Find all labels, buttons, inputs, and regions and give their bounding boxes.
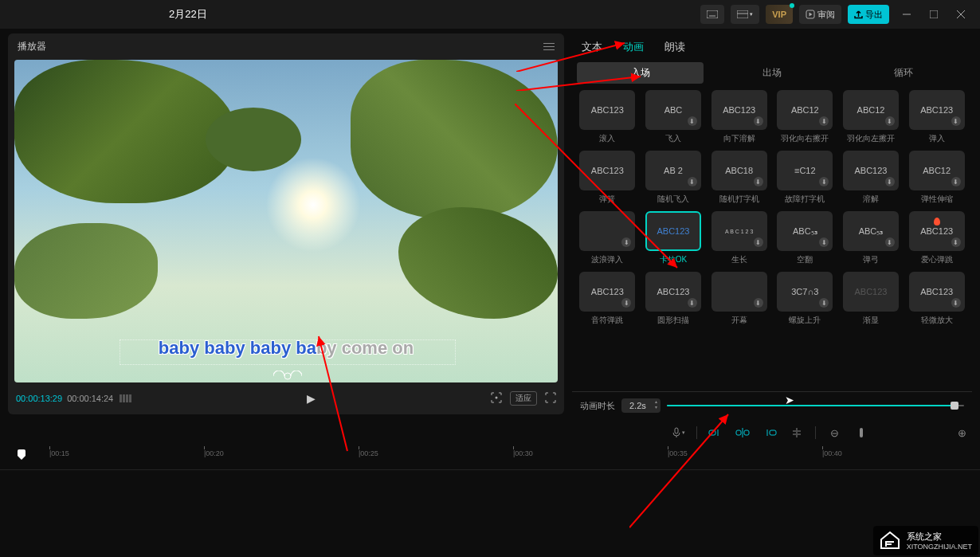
stepper-icon[interactable]: ▴▾ [655, 399, 657, 410]
download-icon[interactable]: ⬇ [819, 116, 829, 126]
timeline[interactable]: |00:15|00:20|00:25|00:30|00:35|00:40 [0, 446, 980, 557]
download-icon[interactable]: ⬇ [819, 177, 829, 186]
animation-生长[interactable]: A B C 1 2 3⬇生长 [708, 211, 770, 265]
animation-渐显[interactable]: ABC123渐显 [841, 272, 902, 326]
export-button[interactable]: 导出 [848, 5, 889, 24]
maximize-icon[interactable] [924, 5, 943, 24]
download-icon[interactable]: ⬇ [819, 298, 829, 308]
download-icon[interactable]: ⬇ [621, 237, 631, 247]
subtab-循环[interactable]: 循环 [841, 62, 967, 84]
audio-meter-icon [120, 394, 131, 402]
property-tabs: 文本动画朗读 [572, 33, 972, 62]
animation-轻微放大[interactable]: ABC123⬇轻微放大 [906, 272, 967, 326]
split-right-icon[interactable] [761, 424, 778, 441]
split-left-icon[interactable] [707, 424, 724, 441]
svg-rect-0 [707, 10, 718, 18]
zoom-in-icon[interactable]: ⊕ [953, 424, 970, 441]
download-icon[interactable]: ⬇ [885, 177, 895, 186]
svg-rect-7 [930, 10, 938, 18]
animation-向下溶解[interactable]: ABC123⬇向下溶解 [708, 90, 770, 144]
subtab-出场[interactable]: 出场 [708, 62, 835, 84]
animation-弹性伸缩[interactable]: ABC12⬇弹性伸缩 [906, 151, 967, 205]
download-icon[interactable]: ⬇ [754, 298, 763, 308]
animation-弹簧[interactable]: ABC123弹簧 [577, 151, 638, 205]
close-icon[interactable] [951, 5, 970, 24]
download-icon[interactable]: ⬇ [688, 177, 697, 186]
keyboard-shortcut-icon[interactable] [700, 5, 724, 24]
mic-icon[interactable]: ▾ [669, 424, 687, 441]
animation-波浪弹入[interactable]: ⬇波浪弹入 [577, 211, 638, 265]
download-icon[interactable]: ⬇ [688, 298, 697, 308]
zoom-out-icon[interactable]: ⊖ [825, 424, 843, 441]
animation-爱心弹跳[interactable]: ABC123⬇爱心弹跳 [906, 211, 967, 265]
animation-圆形扫描[interactable]: ABC123⬇圆形扫描 [643, 272, 704, 326]
download-icon[interactable]: ⬇ [885, 237, 895, 247]
align-icon[interactable] [788, 424, 806, 441]
timeline-ruler: |00:15|00:20|00:25|00:30|00:35|00:40 [0, 449, 980, 470]
animation-label: 波浪弹入 [591, 254, 623, 265]
animation-label: 羽化向右擦开 [781, 133, 829, 144]
video-preview[interactable]: baby baby baby baby come on [14, 60, 558, 382]
download-icon[interactable]: ⬇ [951, 298, 961, 308]
animation-随机飞入[interactable]: AB 2⬇随机飞入 [643, 151, 704, 205]
animation-label: 卡拉OK [660, 254, 687, 265]
download-icon[interactable]: ⬇ [754, 116, 763, 126]
focus-icon[interactable] [491, 392, 502, 405]
animation-label: 飞入 [665, 133, 681, 144]
duration-input[interactable]: 2.2s ▴▾ [621, 398, 661, 413]
animation-螺旋上升[interactable]: 3C7∩3⬇螺旋上升 [774, 272, 836, 326]
animation-故障打字机[interactable]: ≡C12⬇故障打字机 [774, 151, 836, 205]
duration-row: 动画时长 2.2s ▴▾ [572, 391, 972, 419]
properties-panel: 文本动画朗读 入场出场循环 ABC123滚入ABC⬇飞入ABC123⬇向下溶解A… [572, 29, 980, 419]
animation-卡拉OK[interactable]: ABC123卡拉OK [643, 211, 704, 265]
fit-button[interactable]: 适应 [510, 391, 537, 406]
player-menu-icon[interactable] [543, 43, 555, 50]
animation-羽化向右擦开[interactable]: ABC12⬇羽化向右擦开 [774, 90, 836, 144]
animation-滚入[interactable]: ABC123滚入 [577, 90, 638, 144]
download-icon[interactable]: ⬇ [621, 298, 631, 308]
duration-slider[interactable] [667, 405, 964, 406]
animation-弹入[interactable]: ABC123⬇弹入 [906, 90, 967, 144]
tab-动画[interactable]: 动画 [623, 40, 644, 54]
playhead[interactable] [18, 449, 25, 459]
download-icon[interactable]: ⬇ [951, 116, 961, 126]
selection-box[interactable] [120, 339, 456, 365]
download-icon[interactable]: ⬇ [688, 116, 697, 126]
zoom-slider-icon[interactable] [853, 424, 870, 441]
download-icon[interactable]: ⬇ [754, 237, 763, 247]
download-icon[interactable]: ⬇ [951, 237, 961, 247]
animation-溶解[interactable]: ABC123⬇溶解 [841, 151, 902, 205]
animation-label: 故障打字机 [785, 194, 825, 205]
tab-文本[interactable]: 文本 [582, 40, 602, 54]
animation-label: 生长 [731, 254, 747, 265]
download-icon[interactable]: ⬇ [754, 177, 763, 186]
top-bar: 2月22日 ▾ VIP 审阅 导出 [0, 0, 980, 29]
subtab-入场[interactable]: 入场 [577, 62, 704, 84]
tab-朗读[interactable]: 朗读 [664, 40, 685, 54]
animation-音符弹跳[interactable]: ABC123⬇音符弹跳 [577, 272, 638, 326]
animation-羽化向左擦开[interactable]: ABC12⬇羽化向左擦开 [841, 90, 902, 144]
duration-value: 2.2s [629, 401, 646, 410]
timeline-toolbar: ▾ ⊖ ⊕ [0, 419, 980, 446]
cursor-icon: ➤ [785, 394, 794, 406]
slider-knob[interactable] [951, 402, 958, 410]
animation-label: 随机飞入 [657, 194, 689, 205]
review-button[interactable]: 审阅 [799, 5, 841, 24]
animation-label: 随机打字机 [719, 194, 759, 205]
minimize-icon[interactable] [897, 5, 916, 24]
download-icon[interactable]: ⬇ [951, 177, 961, 186]
animation-随机打字机[interactable]: ABC18⬇随机打字机 [708, 151, 770, 205]
split-center-icon[interactable] [734, 424, 751, 441]
animation-飞入[interactable]: ABC⬇飞入 [643, 90, 704, 144]
animation-弹弓[interactable]: ABC₅₃⬇弹弓 [841, 211, 902, 265]
animation-开幕[interactable]: ⬇开幕 [708, 272, 770, 326]
vip-badge[interactable]: VIP [766, 5, 793, 24]
animation-空翻[interactable]: ABC₅₃⬇空翻 [774, 211, 836, 265]
play-button[interactable]: ▶ [307, 392, 316, 405]
layout-icon[interactable]: ▾ [731, 5, 759, 24]
animation-label: 弹簧 [599, 194, 615, 205]
download-icon[interactable]: ⬇ [819, 237, 829, 247]
fullscreen-icon[interactable] [545, 392, 556, 405]
watermark-logo-icon [878, 530, 902, 551]
download-icon[interactable]: ⬇ [885, 116, 895, 126]
